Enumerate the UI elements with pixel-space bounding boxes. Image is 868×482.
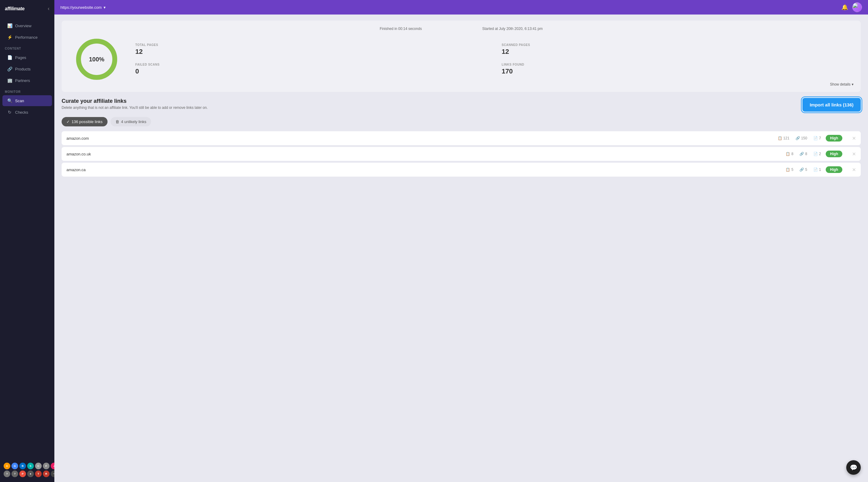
pages-icon: 📋 (785, 152, 790, 156)
sidebar-item-label: Checks (15, 110, 28, 115)
partners-icon: 🏢 (7, 78, 12, 83)
link-stat-docs: 📄 2 (813, 152, 821, 156)
overview-icon: 📊 (7, 23, 12, 28)
sidebar-item-pages[interactable]: 📄 Pages (2, 52, 52, 63)
link-stat-links: 🔗 5 (800, 168, 807, 172)
partner-logo-8[interactable]: ? (11, 471, 18, 477)
collapse-sidebar-button[interactable]: ‹ (48, 5, 50, 12)
show-details-button[interactable]: Show details ▾ (830, 82, 854, 86)
tab-possible-links[interactable]: ✓ 136 possible links (62, 117, 107, 126)
partner-logos-grid: A G B S C F J ? ? P ● T R ··· (0, 460, 54, 482)
scan-meta: Finished in 00:14 seconds Started at Jul… (62, 27, 861, 31)
stat-failed-scans-label: FAILED SCANS (135, 63, 484, 66)
partner-logo-7[interactable]: ? (4, 471, 10, 477)
scan-stats: TOTAL PAGES 12 SCANNED PAGES 12 FAILED S… (135, 43, 850, 75)
sidebar-item-products[interactable]: 🔗 Products (2, 63, 52, 75)
remove-link-button[interactable]: ✕ (852, 136, 856, 141)
sidebar-item-label: Pages (15, 55, 26, 60)
import-all-links-button[interactable]: Import all links (136) (803, 98, 861, 112)
curate-title: Curate your affiliate links (62, 98, 208, 104)
docs-icon: 📄 (813, 152, 818, 156)
header-right: 🔔 (841, 2, 862, 12)
url-dropdown-icon: ▾ (103, 5, 106, 10)
partner-logo-f[interactable]: F (43, 463, 50, 469)
stat-scanned-pages-value: 12 (502, 48, 850, 56)
sidebar-item-overview[interactable]: 📊 Overview (2, 20, 52, 31)
partner-logo-j[interactable]: J (51, 463, 54, 469)
url-selector[interactable]: https://yourwebsite.com ▾ (60, 5, 106, 10)
partner-logo-c[interactable]: C (35, 463, 42, 469)
progress-donut: 100% (72, 35, 121, 83)
confidence-badge: High (826, 166, 842, 173)
partner-logo-r[interactable]: R (43, 471, 50, 477)
finished-text: Finished in 00:14 seconds (380, 27, 422, 31)
docs-icon: 📄 (813, 136, 818, 140)
partner-logo-more[interactable]: ··· (51, 471, 54, 477)
logo-text: affilimate (5, 6, 25, 11)
avatar[interactable] (852, 2, 862, 12)
sidebar-item-scan[interactable]: 🔍 Scan (2, 95, 52, 106)
link-row-amazon-co-uk: amazon.co.uk 📋 8 🔗 8 📄 2 (62, 147, 861, 161)
link-domain: amazon.com (66, 136, 773, 141)
remove-link-button[interactable]: ✕ (852, 167, 856, 173)
stat-scanned-pages-label: SCANNED PAGES (502, 43, 850, 47)
avatar-image (852, 2, 862, 12)
sidebar-item-partners[interactable]: 🏢 Partners (2, 75, 52, 86)
link-domain: amazon.ca (66, 168, 781, 172)
unlikely-links-label: 4 unlikely links (121, 119, 147, 124)
stat-total-pages-value: 12 (135, 48, 484, 56)
possible-links-label: 136 possible links (71, 119, 103, 124)
link-stat-links: 🔗 8 (800, 152, 807, 156)
partner-logo-s[interactable]: S (27, 463, 34, 469)
curate-subtitle: Delete anything that is not an affiliate… (62, 106, 208, 110)
monitor-section-label: MONITOR (0, 86, 54, 95)
link-row-amazon-com: amazon.com 📋 121 🔗 150 📄 7 (62, 131, 861, 145)
partner-logo-amazon[interactable]: A (4, 463, 10, 469)
partner-logo-p[interactable]: P (19, 471, 26, 477)
sidebar-item-label: Partners (15, 78, 30, 83)
scan-icon: 🔍 (7, 98, 12, 103)
links-icon: 🔗 (800, 168, 804, 172)
partner-logo-dot[interactable]: ● (27, 471, 34, 477)
notification-bell-icon[interactable]: 🔔 (841, 4, 848, 10)
link-stat-links: 🔗 150 (796, 136, 807, 140)
show-details-label: Show details (830, 82, 850, 86)
partner-logo-t[interactable]: T (35, 471, 42, 477)
sidebar-item-checks[interactable]: ↻ Checks (2, 107, 52, 118)
partner-logo-google[interactable]: G (11, 463, 18, 469)
sidebar: affilimate ‹ 📊 Overview ⚡ Performance CO… (0, 0, 54, 482)
link-stat-pages: 📋 8 (785, 152, 794, 156)
chat-bubble-button[interactable]: 💬 (846, 460, 861, 475)
docs-icon: 📄 (813, 168, 818, 172)
partner-logo-b[interactable]: B (19, 463, 26, 469)
link-row-amazon-ca: amazon.ca 📋 5 🔗 5 📄 1 (62, 163, 861, 177)
stat-scanned-pages: SCANNED PAGES 12 (502, 43, 850, 56)
tab-unlikely-links[interactable]: 🗑 4 unlikely links (111, 117, 151, 126)
curate-section: Curate your affiliate links Delete anyth… (62, 98, 861, 177)
sidebar-item-label: Performance (15, 35, 37, 39)
stat-total-pages-label: TOTAL PAGES (135, 43, 484, 47)
link-stats: 📋 121 🔗 150 📄 7 (778, 136, 821, 140)
sidebar-item-label: Scan (15, 98, 24, 103)
stat-total-pages: TOTAL PAGES 12 (135, 43, 484, 56)
stat-links-found: LINKS FOUND 170 (502, 63, 850, 75)
possible-links-icon: ✓ (66, 119, 70, 124)
confidence-badge: High (826, 135, 842, 142)
header: https://yourwebsite.com ▾ 🔔 (54, 0, 868, 15)
curate-title-block: Curate your affiliate links Delete anyth… (62, 98, 208, 110)
link-domain: amazon.co.uk (66, 152, 781, 156)
pages-icon: 📄 (7, 55, 12, 60)
remove-link-button[interactable]: ✕ (852, 151, 856, 157)
sidebar-item-performance[interactable]: ⚡ Performance (2, 32, 52, 42)
content-section-label: CONTENT (0, 43, 54, 51)
donut-container: 100% (72, 35, 121, 83)
stat-links-found-label: LINKS FOUND (502, 63, 850, 66)
scan-summary-card: Finished in 00:14 seconds Started at Jul… (62, 21, 861, 92)
stat-failed-scans: FAILED SCANS 0 (135, 63, 484, 75)
products-icon: 🔗 (7, 66, 12, 72)
unlikely-links-icon: 🗑 (115, 119, 119, 124)
current-url: https://yourwebsite.com (60, 5, 102, 10)
stat-failed-scans-value: 0 (135, 67, 484, 75)
link-stat-pages: 📋 121 (778, 136, 789, 140)
main-content: https://yourwebsite.com ▾ 🔔 Finished in … (54, 0, 868, 482)
